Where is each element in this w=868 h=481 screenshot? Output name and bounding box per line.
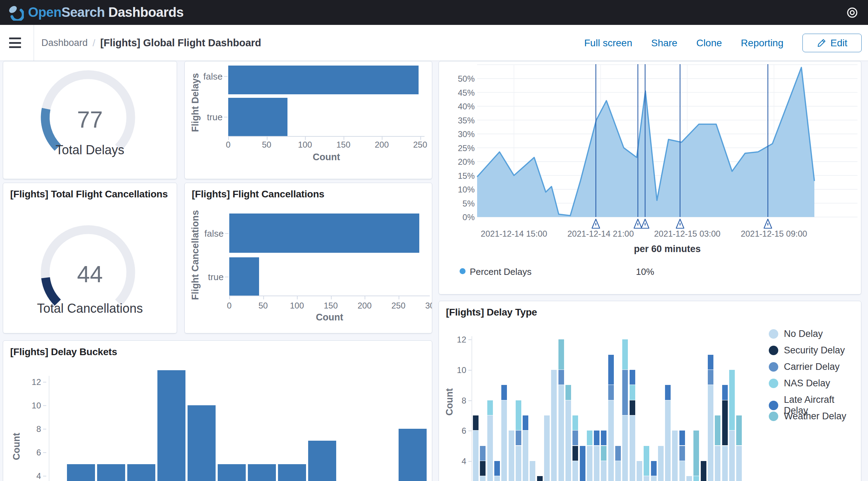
stacked-bar-segment[interactable] — [572, 415, 578, 430]
stacked-bar-segment[interactable] — [651, 476, 657, 481]
legend-item-w[interactable]: Weather Delay — [769, 411, 846, 422]
legend-item-n[interactable]: No Delay — [769, 328, 823, 339]
bar-false[interactable] — [228, 66, 419, 94]
stacked-bar-segment[interactable] — [736, 446, 742, 481]
stacked-bar-segment[interactable] — [651, 461, 657, 476]
stacked-bar-segment[interactable] — [693, 431, 699, 476]
stacked-bar-segment[interactable] — [637, 461, 642, 481]
histogram-bar[interactable] — [278, 464, 306, 481]
stacked-bar-segment[interactable] — [558, 385, 564, 481]
histogram-bar[interactable] — [308, 441, 336, 481]
stacked-bar-segment[interactable] — [644, 446, 649, 476]
stacked-bar-segment[interactable] — [494, 461, 500, 476]
histogram-bar[interactable] — [188, 405, 216, 481]
stacked-bar-segment[interactable] — [630, 415, 635, 481]
bar-false[interactable] — [229, 214, 419, 253]
legend-item-c[interactable]: Carrier Delay — [769, 361, 840, 372]
stacked-bar-segment[interactable] — [473, 431, 479, 481]
stacked-bar-segment[interactable] — [608, 400, 614, 481]
stacked-bar-segment[interactable] — [665, 385, 671, 400]
stacked-bar-segment[interactable] — [672, 431, 678, 481]
help-button[interactable] — [846, 6, 859, 19]
stacked-bar-segment[interactable] — [736, 415, 742, 446]
stacked-bar-segment[interactable] — [630, 370, 635, 385]
stacked-bar-segment[interactable] — [715, 415, 720, 446]
stacked-bar-segment[interactable] — [658, 446, 664, 481]
stacked-bar-segment[interactable] — [679, 461, 685, 481]
stacked-bar-segment[interactable] — [708, 355, 713, 370]
stacked-bar-segment[interactable] — [565, 400, 571, 481]
histogram-bar[interactable] — [127, 464, 155, 481]
stacked-bar-segment[interactable] — [622, 415, 628, 481]
stacked-bar-segment[interactable] — [558, 339, 564, 370]
stacked-bar-segment[interactable] — [516, 431, 521, 445]
stacked-bar-segment[interactable] — [601, 461, 606, 481]
stacked-bar-segment[interactable] — [708, 385, 713, 481]
stacked-bar-segment[interactable] — [679, 446, 685, 461]
stacked-bar-segment[interactable] — [729, 431, 735, 481]
stacked-bar-segment[interactable] — [615, 461, 621, 481]
legend-series-label[interactable]: Percent Delays — [470, 266, 531, 277]
breadcrumb-dashboard[interactable]: Dashboard — [41, 38, 88, 48]
stacked-bar-segment[interactable] — [594, 431, 599, 445]
stacked-bar-segment[interactable] — [722, 446, 728, 481]
stacked-bar-segment[interactable] — [615, 446, 621, 461]
full-screen-link[interactable]: Full screen — [584, 38, 632, 49]
stacked-bar-segment[interactable] — [679, 431, 685, 445]
histogram-bar[interactable] — [157, 370, 185, 481]
stacked-bar-segment[interactable] — [572, 431, 578, 445]
bar-true[interactable] — [228, 98, 287, 136]
stacked-bar-segment[interactable] — [622, 370, 628, 415]
stacked-bar-segment[interactable] — [608, 385, 614, 400]
stacked-bar-segment[interactable] — [565, 385, 571, 400]
menu-icon[interactable] — [9, 38, 21, 48]
stacked-bar-segment[interactable] — [715, 446, 720, 481]
stacked-bar-segment[interactable] — [516, 446, 521, 481]
legend-item-s[interactable]: Security Delay — [769, 345, 845, 356]
stacked-bar-segment[interactable] — [487, 415, 493, 481]
histogram-bar[interactable] — [248, 464, 276, 481]
stacked-bar-segment[interactable] — [494, 476, 500, 481]
stacked-bar-segment[interactable] — [644, 476, 649, 481]
legend-item-a[interactable]: NAS Delay — [769, 378, 830, 389]
stacked-bar-segment[interactable] — [722, 400, 728, 446]
stacked-bar-segment[interactable] — [572, 461, 578, 481]
stacked-bar-segment[interactable] — [665, 400, 671, 481]
opensearch-logo[interactable]: OpenSearch Dashboards — [8, 5, 184, 21]
stacked-bar-segment[interactable] — [601, 431, 606, 445]
stacked-bar-segment[interactable] — [630, 385, 635, 400]
stacked-bar-segment[interactable] — [501, 400, 507, 481]
stacked-bar-segment[interactable] — [594, 446, 599, 481]
stacked-bar-segment[interactable] — [537, 476, 543, 481]
stacked-bar-segment[interactable] — [551, 370, 557, 481]
stacked-bar-segment[interactable] — [480, 446, 486, 461]
stacked-bar-segment[interactable] — [601, 446, 606, 461]
stacked-bar-segment[interactable] — [630, 400, 635, 415]
histogram-bar[interactable] — [67, 464, 95, 481]
stacked-bar-segment[interactable] — [516, 400, 521, 431]
stacked-bar-segment[interactable] — [473, 415, 479, 430]
stacked-bar-segment[interactable] — [686, 476, 692, 481]
stacked-bar-segment[interactable] — [480, 476, 486, 481]
clone-link[interactable]: Clone — [696, 38, 722, 49]
stacked-bar-segment[interactable] — [708, 370, 713, 385]
share-link[interactable]: Share — [651, 38, 677, 49]
stacked-bar-segment[interactable] — [722, 385, 728, 400]
stacked-bar-segment[interactable] — [501, 385, 507, 400]
stacked-bar-segment[interactable] — [544, 415, 550, 481]
stacked-bar-segment[interactable] — [523, 431, 528, 481]
stacked-bar-segment[interactable] — [558, 370, 564, 385]
stacked-bar-segment[interactable] — [729, 370, 735, 430]
reporting-link[interactable]: Reporting — [741, 38, 783, 49]
stacked-bar-segment[interactable] — [480, 461, 486, 476]
edit-button[interactable]: Edit — [802, 34, 862, 52]
stacked-bar-segment[interactable] — [693, 476, 699, 481]
stacked-bar-segment[interactable] — [530, 461, 535, 481]
bar-true[interactable] — [229, 257, 259, 296]
stacked-bar-segment[interactable] — [509, 431, 514, 481]
histogram-bar[interactable] — [399, 429, 427, 481]
stacked-bar-segment[interactable] — [587, 446, 592, 481]
histogram-bar[interactable] — [97, 464, 125, 481]
stacked-bar-segment[interactable] — [587, 431, 592, 445]
stacked-bar-segment[interactable] — [580, 446, 585, 481]
